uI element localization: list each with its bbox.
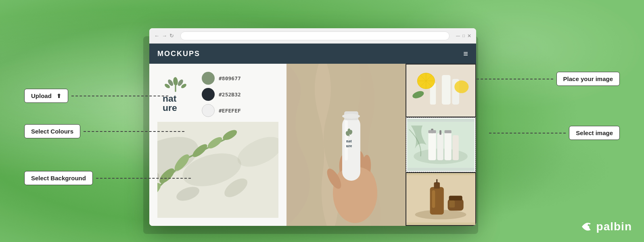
upload-label: Upload	[31, 92, 52, 99]
swatch-dark[interactable]	[202, 88, 215, 101]
select-colours-dashed-line	[84, 131, 184, 132]
right-panel	[406, 64, 476, 226]
minimize-icon[interactable]: —	[456, 33, 460, 38]
maximize-icon[interactable]: □	[462, 33, 465, 38]
browser-actions: — □ ✕	[456, 33, 471, 39]
place-image-annotation: Place your image	[477, 72, 620, 86]
select-colours-annotation: Select Colours	[24, 124, 184, 138]
close-icon[interactable]: ✕	[467, 33, 471, 39]
swatch-row-3: #EFEFEF	[202, 104, 241, 117]
reload-icon[interactable]: ↻	[169, 33, 174, 39]
svg-rect-40	[349, 134, 349, 136]
svg-point-33	[342, 114, 360, 119]
url-bar[interactable]	[180, 31, 450, 40]
select-colours-label: Select Colours	[31, 128, 73, 135]
app-content: nat ure #809677 #252B32	[149, 64, 476, 226]
place-image-button[interactable]: Place your image	[556, 72, 620, 86]
select-image-annotation: Select image	[489, 126, 620, 140]
swatch-row-2: #252B32	[202, 88, 241, 101]
svg-rect-42	[442, 75, 450, 104]
upload-dashed-line	[71, 96, 168, 96]
select-background-dashed-line	[96, 178, 191, 179]
palbin-icon	[579, 219, 593, 234]
svg-rect-56	[437, 133, 443, 160]
swatch-label-2: #252B32	[219, 92, 241, 98]
svg-rect-70	[449, 196, 462, 200]
swatch-green[interactable]	[202, 72, 215, 85]
select-image-button[interactable]: Select image	[569, 126, 620, 140]
svg-text:nat: nat	[346, 139, 352, 143]
thumbnail-1[interactable]	[406, 65, 475, 117]
svg-rect-57	[445, 132, 452, 160]
swatch-light[interactable]	[202, 104, 215, 117]
forward-icon[interactable]: →	[162, 33, 167, 39]
svg-rect-61	[428, 130, 436, 134]
place-image-dashed-line	[477, 79, 553, 79]
upload-button[interactable]: Upload ⬆	[24, 89, 68, 103]
palbin-logo: palbin	[579, 219, 632, 234]
svg-rect-71	[450, 200, 455, 208]
center-content: nat ure	[286, 64, 406, 226]
color-swatches: #809677 #252B32 #EFEFEF	[202, 72, 241, 117]
swatch-label-3: #EFEFEF	[219, 108, 241, 114]
app-header: MOCKUPS ≡	[149, 44, 476, 64]
select-image-label: Select image	[576, 129, 613, 136]
svg-point-39	[348, 129, 351, 133]
palbin-text: palbin	[596, 220, 632, 233]
thumbnail-2[interactable]	[406, 118, 475, 171]
center-panel: nat ure	[286, 64, 406, 226]
browser-chrome: ← → ↻ — □ ✕	[149, 28, 476, 44]
back-icon[interactable]: ←	[154, 33, 159, 39]
svg-point-0	[173, 77, 178, 86]
app-title: MOCKUPS	[157, 50, 200, 58]
svg-point-72	[588, 224, 590, 226]
svg-rect-55	[428, 131, 436, 161]
svg-rect-60	[439, 130, 441, 135]
svg-rect-68	[432, 190, 435, 208]
select-background-button[interactable]: Select Background	[24, 171, 93, 185]
swatch-row-1: #809677	[202, 72, 241, 85]
browser-nav: ← → ↻	[154, 33, 174, 39]
swatch-label-1: #809677	[219, 75, 241, 81]
left-panel: nat ure #809677 #252B32	[149, 64, 286, 226]
upload-annotation: Upload ⬆	[24, 89, 168, 103]
select-colours-button[interactable]: Select Colours	[24, 124, 80, 138]
select-background-annotation: Select Background	[24, 171, 191, 185]
svg-rect-62	[445, 130, 452, 134]
browser-window: ← → ↻ — □ ✕ MOCKUPS ≡	[149, 28, 476, 226]
hamburger-menu[interactable]: ≡	[463, 49, 468, 58]
svg-rect-67	[436, 179, 437, 183]
svg-rect-66	[434, 182, 440, 189]
svg-text:ure: ure	[163, 102, 177, 112]
logo-area: nat ure #809677 #252B32	[157, 72, 278, 117]
svg-rect-5	[175, 86, 176, 92]
place-image-label: Place your image	[563, 75, 613, 82]
svg-point-51	[454, 80, 468, 93]
select-background-label: Select Background	[31, 175, 86, 182]
svg-rect-58	[453, 135, 459, 160]
select-image-dashed-line	[489, 133, 566, 134]
upload-icon: ⬆	[56, 93, 61, 99]
thumbnail-3[interactable]	[406, 173, 475, 225]
svg-text:ure: ure	[346, 144, 352, 148]
